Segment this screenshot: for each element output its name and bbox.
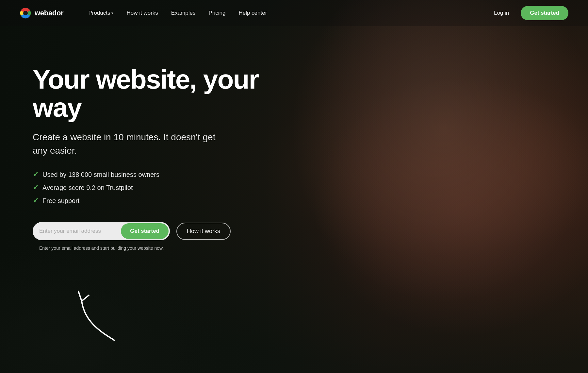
email-hint-text: Enter your email address and start build… (39, 246, 287, 251)
arrow-icon (75, 281, 127, 347)
hero-content: Your website, your way Create a website … (33, 65, 287, 251)
nav-pricing[interactable]: Pricing (203, 7, 231, 19)
nav-links: Products ▾ How it works Examples Pricing… (83, 7, 489, 19)
nav-get-started-button[interactable]: Get started (521, 6, 568, 20)
cta-area: Get started How it works (33, 222, 287, 240)
hero-subtitle: Create a website in 10 minutes. It doesn… (33, 131, 229, 157)
webador-logo-icon (20, 7, 31, 19)
logo[interactable]: webador (20, 7, 63, 19)
check-icon-1: ✓ (33, 170, 39, 179)
feature-item-3: ✓ Free support (33, 196, 287, 205)
check-icon-3: ✓ (33, 196, 39, 205)
get-started-button[interactable]: Get started (121, 223, 169, 239)
svg-point-1 (23, 11, 28, 15)
feature-item-1: ✓ Used by 138,000 small business owners (33, 170, 287, 179)
email-input[interactable] (39, 228, 121, 234)
check-icon-2: ✓ (33, 183, 39, 192)
login-button[interactable]: Log in (489, 7, 514, 19)
hero-title: Your website, your way (33, 65, 287, 122)
feature-item-2: ✓ Average score 9.2 on Trustpilot (33, 183, 287, 192)
nav-how-it-works[interactable]: How it works (121, 7, 163, 19)
products-chevron-icon: ▾ (111, 11, 113, 15)
how-it-works-button[interactable]: How it works (176, 223, 231, 240)
navbar: webador Products ▾ How it works Examples… (0, 0, 588, 26)
email-form: Get started (33, 222, 170, 240)
nav-examples[interactable]: Examples (166, 7, 201, 19)
brand-name: webador (35, 9, 63, 17)
nav-products[interactable]: Products ▾ (83, 7, 119, 19)
nav-actions: Log in Get started (489, 6, 568, 20)
nav-help-center[interactable]: Help center (233, 7, 272, 19)
features-list: ✓ Used by 138,000 small business owners … (33, 170, 287, 205)
